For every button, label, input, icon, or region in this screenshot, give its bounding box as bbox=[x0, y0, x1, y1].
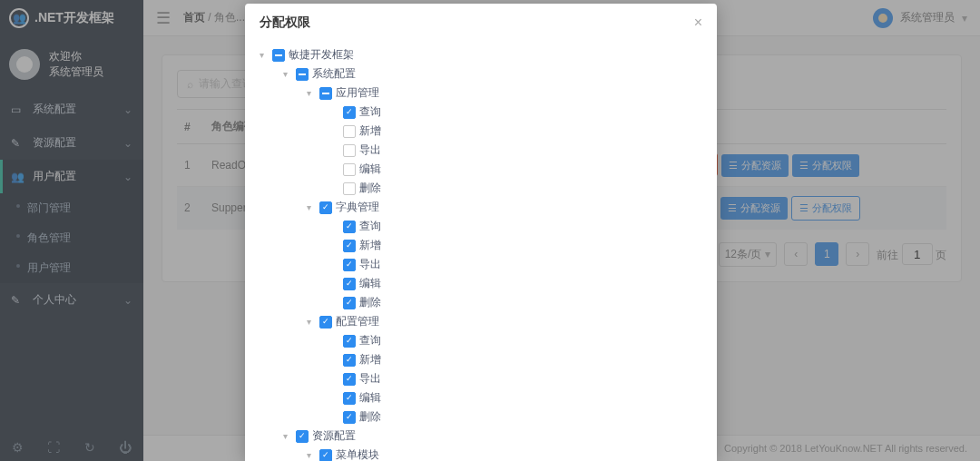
tree-twisty-icon bbox=[330, 336, 339, 345]
tree-twisty-icon bbox=[330, 221, 339, 230]
tree-label: 菜单模块 bbox=[336, 447, 379, 461]
tree-checkbox[interactable] bbox=[343, 392, 356, 405]
tree-twisty-icon bbox=[330, 260, 339, 269]
tree-twisty-icon[interactable]: ▾ bbox=[307, 88, 316, 97]
tree-label: 导出 bbox=[359, 142, 381, 158]
tree-twisty-icon[interactable]: ▾ bbox=[283, 69, 292, 78]
tree-label: 字典管理 bbox=[336, 200, 379, 215]
permission-tree: ▾敏捷开发框架▾系统配置▾应用管理查询新增导出编辑删除▾字典管理查询新增导出编辑… bbox=[260, 45, 702, 461]
tree-checkbox[interactable] bbox=[343, 278, 356, 290]
tree-resource-config[interactable]: ▾资源配置 bbox=[260, 427, 702, 446]
tree-label: 编辑 bbox=[359, 162, 381, 177]
tree-twisty-icon bbox=[330, 298, 339, 307]
tree-twisty-icon[interactable]: ▾ bbox=[307, 202, 316, 211]
tree-twisty-icon bbox=[330, 412, 339, 421]
tree-checkbox[interactable] bbox=[343, 259, 356, 271]
tree-checkbox[interactable] bbox=[343, 163, 356, 176]
tree-twisty-icon bbox=[330, 355, 339, 364]
tree-checkbox[interactable] bbox=[272, 49, 285, 62]
tree-label: 资源配置 bbox=[312, 428, 356, 444]
tree-twisty-icon bbox=[330, 145, 339, 154]
tree-agile-dev-framework[interactable]: ▾敏捷开发框架 bbox=[260, 45, 702, 64]
tree-system-config[interactable]: ▾系统配置 bbox=[260, 64, 702, 83]
tree-checkbox[interactable] bbox=[343, 297, 356, 309]
tree-twisty-icon[interactable]: ▾ bbox=[283, 431, 292, 440]
tree-dict-delete[interactable]: 删除 bbox=[260, 293, 702, 312]
tree-checkbox[interactable] bbox=[319, 87, 332, 100]
tree-twisty-icon[interactable]: ▾ bbox=[260, 50, 269, 59]
tree-twisty-icon bbox=[330, 374, 339, 383]
tree-checkbox[interactable] bbox=[319, 316, 332, 329]
tree-twisty-icon bbox=[330, 183, 339, 192]
tree-dict-query[interactable]: 查询 bbox=[260, 217, 702, 236]
tree-app-manage[interactable]: ▾应用管理 bbox=[260, 83, 702, 103]
tree-label: 新增 bbox=[359, 352, 381, 368]
tree-twisty-icon bbox=[330, 393, 339, 402]
tree-label: 查询 bbox=[359, 219, 381, 234]
tree-twisty-icon bbox=[330, 107, 339, 116]
modal-close-button[interactable]: × bbox=[694, 15, 702, 31]
tree-dict-add[interactable]: 新增 bbox=[260, 236, 702, 255]
tree-checkbox[interactable] bbox=[343, 240, 356, 252]
tree-checkbox[interactable] bbox=[343, 354, 356, 367]
tree-checkbox[interactable] bbox=[343, 373, 356, 386]
tree-cfg-query[interactable]: 查询 bbox=[260, 331, 702, 350]
tree-checkbox[interactable] bbox=[296, 68, 309, 81]
tree-twisty-icon bbox=[330, 240, 339, 250]
tree-dict-edit[interactable]: 编辑 bbox=[260, 274, 702, 293]
tree-app-edit[interactable]: 编辑 bbox=[260, 160, 702, 179]
tree-dict-manage[interactable]: ▾字典管理 bbox=[260, 198, 702, 217]
tree-dict-export[interactable]: 导出 bbox=[260, 255, 702, 274]
tree-cfg-delete[interactable]: 删除 bbox=[260, 407, 702, 427]
tree-label: 配置管理 bbox=[336, 314, 379, 329]
tree-cfg-manage[interactable]: ▾配置管理 bbox=[260, 312, 702, 331]
tree-checkbox[interactable] bbox=[343, 144, 356, 157]
tree-checkbox[interactable] bbox=[343, 125, 356, 138]
tree-label: 删除 bbox=[359, 181, 381, 196]
tree-label: 查询 bbox=[359, 104, 381, 120]
permission-modal: 分配权限 × ▾敏捷开发框架▾系统配置▾应用管理查询新增导出编辑删除▾字典管理查… bbox=[245, 4, 717, 461]
tree-twisty-icon[interactable]: ▾ bbox=[307, 317, 316, 326]
tree-cfg-export[interactable]: 导出 bbox=[260, 369, 702, 388]
tree-twisty-icon[interactable]: ▾ bbox=[307, 450, 316, 459]
tree-label: 系统配置 bbox=[312, 66, 356, 82]
tree-label: 新增 bbox=[359, 238, 381, 253]
tree-checkbox[interactable] bbox=[343, 182, 356, 195]
tree-twisty-icon bbox=[330, 164, 339, 173]
tree-cfg-edit[interactable]: 编辑 bbox=[260, 388, 702, 407]
tree-label: 删除 bbox=[359, 295, 381, 310]
tree-label: 编辑 bbox=[359, 276, 381, 291]
tree-cfg-add[interactable]: 新增 bbox=[260, 350, 702, 369]
tree-label: 导出 bbox=[359, 257, 381, 272]
tree-label: 删除 bbox=[359, 409, 381, 425]
tree-app-export[interactable]: 导出 bbox=[260, 141, 702, 160]
tree-twisty-icon bbox=[330, 126, 339, 135]
tree-label: 敏捷开发框架 bbox=[289, 47, 354, 63]
tree-checkbox[interactable] bbox=[319, 449, 332, 462]
tree-twisty-icon bbox=[330, 279, 339, 288]
tree-app-add[interactable]: 新增 bbox=[260, 122, 702, 141]
tree-checkbox[interactable] bbox=[343, 221, 356, 233]
tree-label: 导出 bbox=[359, 371, 381, 387]
tree-checkbox[interactable] bbox=[343, 411, 356, 424]
tree-label: 新增 bbox=[359, 123, 381, 139]
modal-title: 分配权限 bbox=[260, 15, 310, 31]
tree-label: 查询 bbox=[359, 333, 381, 348]
tree-app-query[interactable]: 查询 bbox=[260, 103, 702, 122]
tree-checkbox[interactable] bbox=[343, 335, 356, 348]
tree-checkbox[interactable] bbox=[319, 201, 332, 214]
tree-checkbox[interactable] bbox=[296, 430, 309, 443]
tree-label: 编辑 bbox=[359, 390, 381, 406]
tree-menu-module[interactable]: ▾菜单模块 bbox=[260, 446, 702, 461]
tree-checkbox[interactable] bbox=[343, 106, 356, 119]
tree-label: 应用管理 bbox=[336, 85, 379, 101]
tree-app-delete[interactable]: 删除 bbox=[260, 179, 702, 198]
